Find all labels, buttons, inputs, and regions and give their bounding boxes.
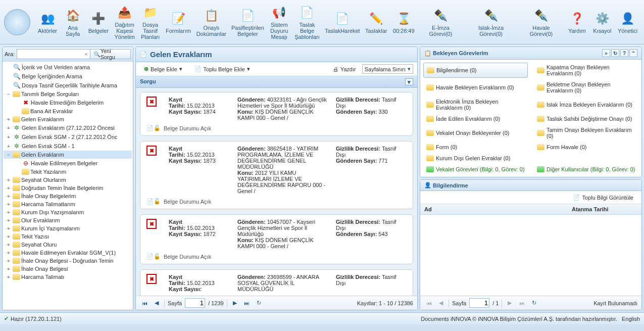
expand-icon[interactable]: + [6, 218, 12, 223]
tree-item[interactable]: 🔍İçerik ve Üst Veriden arama [4, 63, 132, 72]
task-item[interactable]: Bilgilendirme (0) [423, 63, 528, 78]
task-item[interactable]: Bekletme Onayı Bekleyen Evraklarım (0) [534, 80, 638, 95]
expand-icon[interactable]: + [6, 274, 12, 280]
first-page-button[interactable]: ⏮ [140, 299, 149, 308]
tree-item[interactable]: +✲Gelen Evrak SGM - 1 [4, 141, 132, 151]
tree-item[interactable]: +Gelen Evraklarım [4, 115, 132, 123]
toolbar-yardım[interactable]: ❓Yardım [565, 3, 589, 42]
task-item[interactable]: Kurum Dışı Gelen Evraklar (0) [423, 154, 528, 163]
toolbar-kısayol[interactable]: ⚙️Kısayol [590, 3, 614, 42]
tree-item[interactable]: +İhale Onay Belgesi - Doğrudan Temin [4, 257, 132, 265]
expand-icon[interactable]: + [6, 177, 12, 183]
toolbar-taslaklar[interactable]: ✏️Taslaklar [363, 3, 389, 42]
expand-icon[interactable]: + [6, 250, 12, 256]
toolbar-yönetici[interactable]: 👤Yönetici [615, 3, 640, 42]
refresh-icon[interactable]: » [602, 49, 610, 57]
record[interactable]: ✖KayıtTarihi: 15.02.2013Kayıt Sayısı: 18… [140, 141, 413, 209]
next-page-button[interactable]: ▶ [230, 299, 239, 308]
toolbar-ana[interactable]: 🏠AnaSayfa [61, 3, 85, 42]
prev-page-button[interactable]: ◀ [436, 299, 445, 308]
toolbar-aktörler[interactable]: 👥Aktörler [35, 3, 60, 42]
task-item[interactable]: Form Havale (0) [534, 143, 638, 152]
expand-icon[interactable]: + [6, 210, 12, 215]
toolbar-e-i̇mza görevi(0)[interactable]: ✒️E-İmza Görevi(0) [418, 3, 463, 42]
tree-item[interactable]: +✲Gelen Evraklarım (27.12.2012 Öncesi [4, 123, 132, 132]
help-icon[interactable]: ? [620, 49, 628, 57]
refresh-button[interactable]: ↻ [255, 299, 264, 308]
expand-icon[interactable]: − [6, 152, 12, 158]
record[interactable]: ✖KayıtTarihi: 15.02.2013Kayıt Sayısı: Gö… [140, 269, 413, 296]
tree-item[interactable]: +Tekit Yazısı [4, 232, 132, 241]
tree-item[interactable]: −Gelen Evraklarım [4, 151, 132, 159]
first-page-button[interactable]: ⏮ [424, 299, 433, 308]
col-ad[interactable]: Ad [424, 206, 572, 212]
tree-item[interactable]: 🔍Dosya Tasnif Geçerlilik Tarihiyle Arama [4, 81, 132, 90]
refresh2-icon[interactable]: ↻ [611, 49, 619, 57]
tree-item[interactable]: 🔍Belge İçeriğinden Arama [4, 72, 132, 81]
tree-item[interactable]: ⊖Havale Edilmeyen Belgeler [4, 159, 132, 168]
expand-icon[interactable]: + [6, 234, 12, 240]
prev-page-button[interactable]: ◀ [152, 299, 161, 308]
expand-icon[interactable]: + [6, 144, 12, 149]
belge-ekle-button[interactable]: ⊕Belge Ekle ▾ [140, 65, 186, 73]
expand-icon[interactable]: − [6, 91, 12, 97]
toolbar-formlarım[interactable]: 📝Formlarım [164, 3, 193, 42]
toolbar-onaylı[interactable]: 📋OnaylıDokümanlar [194, 3, 229, 42]
last-page-button[interactable]: ⏭ [242, 299, 252, 308]
page-input[interactable] [469, 298, 489, 308]
tree-item[interactable]: Bana Ait Evraklar [4, 107, 132, 115]
task-item[interactable]: Elektronik İmza Bekleyen Evraklarım (0) [423, 97, 528, 112]
toolbar-dosya[interactable]: 📁DosyaTasnifPlanları [138, 3, 163, 42]
expand-icon[interactable]: + [6, 266, 12, 272]
tree-item[interactable]: +✲Gelen Evrak SGM - 2 (27.12.2012 Önc [4, 132, 132, 141]
task-item[interactable]: Taslak Sahibi Değiştirme Onayı (0) [534, 114, 638, 123]
record[interactable]: ✖KayıtTarihi: 15.02.2013Kayıt Sayısı: 18… [140, 214, 413, 264]
col-tarih[interactable]: Atanma Tarihi [572, 206, 637, 212]
tree-item[interactable]: +Kurum İçi Yazışmalarım [4, 224, 132, 232]
task-item[interactable]: Vekalet Görevleri (Bilgi: 0, Görev: 0) [423, 165, 528, 174]
sorgu-bar[interactable]: Sorgu ▾ [136, 76, 417, 88]
toplu-belge-ekle-button[interactable]: 📄Toplu Belge Ekle ▾ [190, 65, 254, 73]
task-item[interactable]: Tamim Onayı Bekleyen Evraklarım (0) [534, 125, 638, 140]
tree-item[interactable]: Tekit Yazılarım [4, 168, 132, 176]
task-item[interactable]: Vekalet Onayı Bekleyenler (0) [423, 125, 528, 140]
tree-item[interactable]: ✖Havale Etmediğim Belgelerim [4, 98, 132, 107]
tree-item[interactable]: +İhale Onay Belgelerim [4, 192, 132, 200]
task-item[interactable]: Form (0) [423, 143, 528, 152]
expand-icon[interactable]: + [6, 134, 12, 140]
toolbar-dağıtım[interactable]: 📤DağıtımKaşesiYönetim [112, 3, 137, 42]
expand-icon[interactable]: + [6, 242, 12, 248]
collapse-icon[interactable]: ⌃ [629, 49, 637, 57]
toplu-bilgi-button[interactable]: 📄 Toplu Bilgi Görüntüle [569, 193, 637, 202]
expand-icon[interactable]: + [6, 258, 12, 264]
search-input[interactable] [17, 49, 91, 59]
task-item[interactable]: Diğer Kullanıcılar (Bilgi: 0, Görev: 0) [534, 165, 638, 174]
tree-item[interactable]: +Seyahat Olurlarım [4, 176, 132, 184]
toolbar-taslak[interactable]: 📄TaslakBelgeŞablonları [292, 3, 322, 42]
tree-item[interactable]: −Tanımlı Belge Sorguları [4, 90, 132, 98]
toolbar-havale görevi(0)[interactable]: ✒️Havale Görevi(0) [518, 3, 564, 42]
toolbar-belgeler[interactable]: ➕Belgeler [86, 3, 111, 42]
task-item[interactable]: Kapatma Onayı Bekleyen Evraklarım (0) [534, 63, 638, 78]
last-page-button[interactable]: ⏭ [517, 299, 526, 308]
new-query-button[interactable]: 🔍 Yeni Sorgu [90, 49, 131, 59]
tree-item[interactable]: +Kurum Dışı Yazışmalarım [4, 208, 132, 216]
task-item[interactable]: İade Edilen Evraklarım (0) [423, 114, 528, 123]
expand-icon[interactable]: + [6, 226, 12, 231]
sayfalama-select[interactable]: Sayfalama Sınırı ▾ [362, 64, 413, 74]
tree-item[interactable]: +Havale Edilmeyen Evraklar SGM_V(1) [4, 249, 132, 257]
expand-icon[interactable]: + [6, 202, 12, 207]
task-item[interactable]: Havale Bekleyen Evraklarım (0) [423, 80, 528, 95]
toolbar-00:28:49[interactable]: ⌛00:28:49 [390, 3, 417, 42]
expand-icon[interactable]: + [6, 194, 12, 199]
tree-item[interactable]: +Seyahat Oluru [4, 241, 132, 249]
yazdir-button[interactable]: 🖨 Yazdır [329, 65, 360, 73]
toolbar-taslakhareket[interactable]: 📄TaslakHareket [323, 3, 362, 42]
refresh-button[interactable]: ↻ [529, 299, 538, 308]
tree-item[interactable]: +Doğrudan Temin İhale Belgelerim [4, 184, 132, 192]
expand-icon[interactable]: + [6, 125, 12, 131]
task-item[interactable]: Islak İmza Bekleyen Evraklarım (0) [534, 97, 638, 112]
tree-item[interactable]: +Harcama Talimatı [4, 273, 132, 281]
expand-icon[interactable]: + [6, 117, 12, 122]
chevron-down-icon[interactable]: ▾ [405, 78, 413, 85]
